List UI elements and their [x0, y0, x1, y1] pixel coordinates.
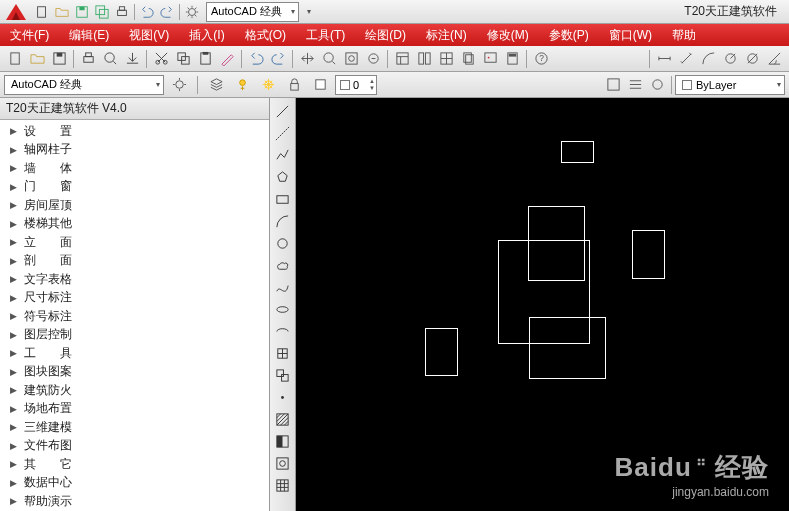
quickcalc-icon[interactable] [501, 48, 523, 70]
tree-item-15[interactable]: ▶场地布置 [0, 400, 269, 419]
layer-freeze-icon[interactable] [257, 74, 279, 96]
tree-item-17[interactable]: ▶文件布图 [0, 437, 269, 456]
gradient-icon[interactable] [270, 430, 294, 452]
tree-item-11[interactable]: ▶图层控制 [0, 326, 269, 345]
tree-item-8[interactable]: ▶文字表格 [0, 270, 269, 289]
tree-item-0[interactable]: ▶设 置 [0, 122, 269, 141]
menu-help[interactable]: 帮助 [662, 24, 706, 46]
paste-icon[interactable] [194, 48, 216, 70]
menu-insert[interactable]: 插入(I) [179, 24, 234, 46]
qat-more-icon[interactable]: ▾ [299, 2, 319, 22]
ellipse-icon[interactable] [270, 298, 294, 320]
tree-item-20[interactable]: ▶帮助演示 [0, 492, 269, 511]
gear-icon[interactable] [182, 2, 202, 22]
workspace-dropdown[interactable]: AutoCAD 经典 [206, 2, 299, 22]
redo-icon[interactable] [157, 2, 177, 22]
zoom-window-icon[interactable] [340, 48, 362, 70]
circle-icon[interactable] [270, 232, 294, 254]
bylayer-dropdown[interactable]: ByLayer [675, 75, 785, 95]
table-icon[interactable] [270, 474, 294, 496]
drawn-rect-3[interactable] [632, 230, 665, 279]
revcloud-icon[interactable] [270, 254, 294, 276]
menu-parametric[interactable]: 参数(P) [539, 24, 599, 46]
menu-dimension[interactable]: 标注(N) [416, 24, 477, 46]
layer-number-input[interactable]: 0 ▲▼ [335, 75, 377, 95]
design-center-icon[interactable] [413, 48, 435, 70]
layer-on-icon[interactable] [231, 74, 253, 96]
properties-icon[interactable] [391, 48, 413, 70]
prop-misc-icon[interactable] [646, 74, 668, 96]
point-icon[interactable] [270, 386, 294, 408]
spin-down-icon[interactable]: ▼ [369, 85, 375, 92]
dim-arc-icon[interactable] [697, 48, 719, 70]
print-tb-icon[interactable] [77, 48, 99, 70]
prop-match-icon[interactable] [602, 74, 624, 96]
tree-item-5[interactable]: ▶楼梯其他 [0, 215, 269, 234]
menu-view[interactable]: 视图(V) [119, 24, 179, 46]
drawn-rect-0[interactable] [561, 141, 594, 163]
print-icon[interactable] [112, 2, 132, 22]
dim-angular-icon[interactable] [763, 48, 785, 70]
tree-item-4[interactable]: ▶房间屋顶 [0, 196, 269, 215]
tool-palette-icon[interactable] [435, 48, 457, 70]
tree-item-1[interactable]: ▶轴网柱子 [0, 141, 269, 160]
cut-icon[interactable] [150, 48, 172, 70]
tree-item-6[interactable]: ▶立 面 [0, 233, 269, 252]
preview-icon[interactable] [99, 48, 121, 70]
tree-item-2[interactable]: ▶墙 体 [0, 159, 269, 178]
markup-icon[interactable] [479, 48, 501, 70]
make-block-icon[interactable] [270, 364, 294, 386]
layer-lock-icon[interactable] [283, 74, 305, 96]
spline-icon[interactable] [270, 276, 294, 298]
dim-linear-icon[interactable] [653, 48, 675, 70]
copy-icon[interactable] [172, 48, 194, 70]
help-tb-icon[interactable]: ? [530, 48, 552, 70]
tree-item-7[interactable]: ▶剖 面 [0, 252, 269, 271]
hatch-icon[interactable] [270, 408, 294, 430]
tree-item-18[interactable]: ▶其 它 [0, 455, 269, 474]
undo-icon[interactable] [137, 2, 157, 22]
workspace-settings-icon[interactable] [168, 74, 190, 96]
zoom-tb-icon[interactable] [318, 48, 340, 70]
region-icon[interactable] [270, 452, 294, 474]
new-icon[interactable] [32, 2, 52, 22]
workspace-prop-dropdown[interactable]: AutoCAD 经典 [4, 75, 164, 95]
arc-icon[interactable] [270, 210, 294, 232]
ellipse-arc-icon[interactable] [270, 320, 294, 342]
match-icon[interactable] [216, 48, 238, 70]
menu-edit[interactable]: 编辑(E) [59, 24, 119, 46]
undo-tb-icon[interactable] [245, 48, 267, 70]
drawn-rect-4[interactable] [529, 317, 606, 379]
insert-block-icon[interactable] [270, 342, 294, 364]
menu-format[interactable]: 格式(O) [235, 24, 296, 46]
new-file-icon[interactable] [4, 48, 26, 70]
pan-icon[interactable] [296, 48, 318, 70]
menu-window[interactable]: 窗口(W) [599, 24, 662, 46]
spin-up-icon[interactable]: ▲ [369, 78, 375, 85]
sheet-set-icon[interactable] [457, 48, 479, 70]
layer-color-icon[interactable] [309, 74, 331, 96]
tree-item-19[interactable]: ▶数据中心 [0, 474, 269, 493]
menu-file[interactable]: 文件(F) [0, 24, 59, 46]
save-file-icon[interactable] [48, 48, 70, 70]
tree-item-12[interactable]: ▶工 具 [0, 344, 269, 363]
tree-item-14[interactable]: ▶建筑防火 [0, 381, 269, 400]
polyline-icon[interactable] [270, 144, 294, 166]
tree-item-10[interactable]: ▶符号标注 [0, 307, 269, 326]
prop-layer-states-icon[interactable] [624, 74, 646, 96]
dim-diameter-icon[interactable] [741, 48, 763, 70]
tree-item-16[interactable]: ▶三维建模 [0, 418, 269, 437]
line-icon[interactable] [270, 100, 294, 122]
construction-line-icon[interactable] [270, 122, 294, 144]
open-file-icon[interactable] [26, 48, 48, 70]
tree-item-3[interactable]: ▶门 窗 [0, 178, 269, 197]
dim-aligned-icon[interactable] [675, 48, 697, 70]
open-icon[interactable] [52, 2, 72, 22]
menu-draw[interactable]: 绘图(D) [355, 24, 416, 46]
tree-item-13[interactable]: ▶图块图案 [0, 363, 269, 382]
drawn-rect-5[interactable] [425, 328, 458, 376]
save-icon[interactable] [72, 2, 92, 22]
saveas-icon[interactable] [92, 2, 112, 22]
redo-tb-icon[interactable] [267, 48, 289, 70]
tree-item-9[interactable]: ▶尺寸标注 [0, 289, 269, 308]
